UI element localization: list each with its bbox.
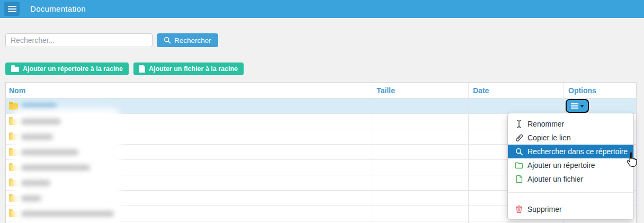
menu-toggle-button[interactable]	[4, 2, 20, 16]
folder-icon	[9, 149, 18, 156]
cell-taille	[372, 129, 468, 144]
search-icon	[164, 37, 171, 44]
topbar: Documentation	[0, 0, 644, 18]
search-button-label: Rechercher	[174, 37, 211, 44]
add-directory-root-button[interactable]: Ajouter un répertoire à la racine	[5, 63, 129, 75]
row-options-button[interactable]	[567, 100, 588, 112]
redacted-file-name	[22, 103, 57, 109]
redacted-file-name	[21, 165, 90, 171]
folder-icon	[11, 67, 19, 72]
menu-item-label: Ajouter un fichier	[527, 175, 583, 183]
menu-item-label: Rechercher dans ce répertoire	[527, 147, 628, 156]
redacted-file-name	[21, 211, 114, 217]
add-directory-root-label: Ajouter un répertoire à la racine	[23, 65, 123, 73]
cell-taille	[372, 206, 468, 221]
app-window: Documentation Rechercher Ajouter un répe…	[0, 0, 644, 223]
folder-icon	[9, 180, 18, 186]
file-plus-icon	[515, 175, 523, 183]
folder-icon	[9, 211, 18, 217]
chevron-down-icon	[580, 105, 584, 108]
cell-taille	[372, 99, 468, 113]
table-row[interactable]	[6, 99, 636, 114]
redacted-file-name	[21, 119, 61, 124]
folder-icon	[9, 165, 18, 171]
folder-icon	[9, 195, 18, 202]
menu-item-search-in-directory[interactable]: Rechercher dans ce répertoire	[508, 145, 633, 158]
redacted-file-name	[21, 180, 50, 186]
link-icon	[515, 133, 523, 142]
folder-icon	[9, 134, 18, 140]
redacted-file-name	[21, 195, 41, 201]
file-icon	[139, 65, 145, 73]
cell-taille	[372, 191, 468, 206]
cell-taille	[372, 160, 468, 175]
menu-spacer	[508, 193, 633, 202]
page-title: Documentation	[30, 0, 86, 18]
menu-item-rename[interactable]: Renommer	[508, 117, 633, 131]
menu-item-add-file[interactable]: Ajouter un fichier	[508, 172, 633, 186]
menu-item-label: Copier le lien	[527, 133, 571, 142]
redacted-names-overlay	[17, 113, 116, 220]
cursor-pointer-icon	[625, 152, 639, 170]
folder-plus-icon	[515, 161, 523, 170]
column-header-date[interactable]: Date	[468, 83, 564, 98]
hamburger-icon	[8, 6, 16, 12]
text-cursor-icon	[515, 120, 523, 128]
redacted-file-name	[21, 149, 78, 155]
menu-spacer	[508, 186, 633, 192]
column-header-taille[interactable]: Taille	[372, 83, 468, 98]
column-header-nom[interactable]: Nom	[6, 83, 372, 98]
menu-item-label: Supprimer	[527, 205, 562, 213]
add-file-root-button[interactable]: Ajouter un fichier à la racine	[133, 63, 244, 75]
column-header-options: Options	[564, 83, 636, 98]
trash-icon	[515, 205, 523, 213]
table-header-row: Nom Taille Date Options	[6, 83, 636, 99]
search-row: Rechercher	[5, 33, 218, 47]
search-button[interactable]: Rechercher	[157, 33, 218, 47]
cell-taille	[372, 175, 468, 190]
cell-taille	[372, 114, 468, 129]
actions-row: Ajouter un répertoire à la racine Ajoute…	[5, 63, 244, 75]
add-file-root-label: Ajouter un fichier à la racine	[149, 65, 238, 73]
menu-item-copy-link[interactable]: Copier le lien	[508, 131, 633, 145]
cell-date	[468, 99, 564, 113]
folder-icon	[9, 119, 18, 125]
search-input[interactable]	[5, 33, 153, 47]
menu-item-label: Ajouter un répertoire	[527, 161, 595, 170]
row-options-context-menu: Renommer Copier le lien Rechercher dans …	[507, 113, 634, 220]
menu-item-delete[interactable]: Supprimer	[508, 202, 633, 216]
cell-taille	[372, 145, 468, 159]
menu-item-label: Renommer	[527, 120, 564, 128]
menu-item-add-directory[interactable]: Ajouter un répertoire	[508, 158, 633, 172]
search-icon	[515, 147, 523, 156]
folder-icon	[9, 103, 18, 110]
options-menu-icon	[571, 103, 578, 109]
redacted-file-name	[21, 134, 53, 140]
